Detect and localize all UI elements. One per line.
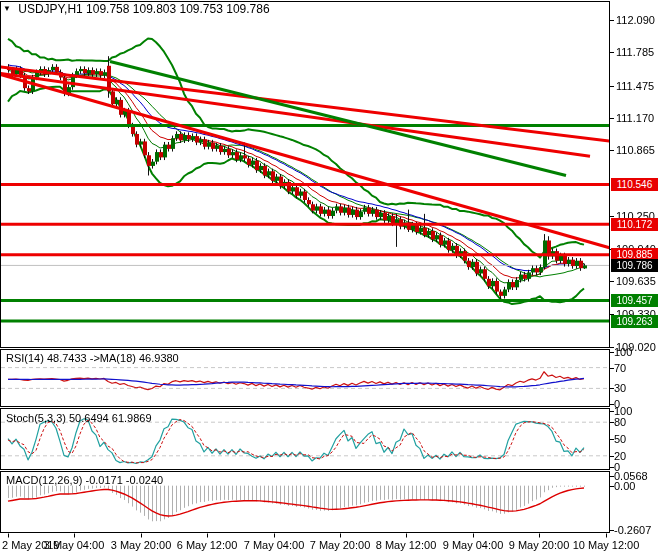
macd-axis-tick-label: 0.00 (614, 480, 635, 492)
rsi-axis-tick-label: 100 (614, 346, 632, 358)
chart-title: ▼ USDJPY,H1 109.758 109.803 109.753 109.… (3, 2, 270, 16)
time-axis-label: 10 May 12:00 (573, 539, 640, 551)
support-level-badge: 109.457 (611, 294, 658, 307)
time-axis-label: 3 May 20:00 (111, 539, 172, 551)
price-axis-tick-label: 111.170 (616, 112, 654, 124)
symbol-timeframe-label: USDJPY,H1 (18, 2, 82, 16)
time-axis-label: 3 May 04:00 (44, 539, 105, 551)
resistance-level-badge: 110.172 (611, 218, 658, 231)
stoch-axis-tick-label: 50 (614, 433, 626, 445)
stoch-axis-tick-label: 20 (614, 450, 626, 462)
price-axis-tick-label: 110.865 (616, 144, 655, 156)
time-axis-label: 8 May 12:00 (376, 539, 437, 551)
price-axis-tick-label: 109.635 (616, 275, 656, 287)
trading-chart-window: ▼ USDJPY,H1 109.758 109.803 109.753 109.… (0, 0, 660, 560)
ohlc-readout: 109.758 109.803 109.753 109.786 (86, 2, 270, 16)
stoch-indicator-label: Stoch(5,3,3) 50.6494 61.9869 (6, 412, 152, 424)
rsi-indicator-label: RSI(14) 48.7433 ->MA(18) 46.9380 (6, 352, 179, 364)
current-price-badge: 109.786 (611, 259, 658, 272)
time-axis-label: 9 May 04:00 (443, 539, 504, 551)
time-axis-label: 7 May 20:00 (310, 539, 371, 551)
macd-axis-tick-label: -0.2607 (614, 524, 651, 536)
time-axis-label: 6 May 12:00 (177, 539, 238, 551)
time-axis-label: 9 May 20:00 (509, 539, 570, 551)
rsi-axis-tick-label: 70 (614, 362, 626, 374)
time-axis-label: 7 May 04:00 (244, 539, 305, 551)
macd-indicator-label: MACD(12,26,9) -0.0171 -0.0240 (6, 474, 163, 486)
stoch-axis-tick-label: 100 (614, 405, 632, 417)
price-axis-tick-label: 112.090 (616, 14, 655, 26)
symbol-dropdown-icon[interactable]: ▼ (3, 4, 11, 13)
support-level-badge: 109.263 (611, 315, 658, 328)
rsi-axis-tick-label: 30 (614, 382, 626, 394)
resistance-level-badge: 110.546 (611, 178, 658, 191)
stoch-axis-tick-label: 80 (614, 416, 626, 428)
price-axis-tick-label: 111.475 (616, 80, 654, 92)
price-axis-tick-label: 111.785 (616, 46, 654, 58)
